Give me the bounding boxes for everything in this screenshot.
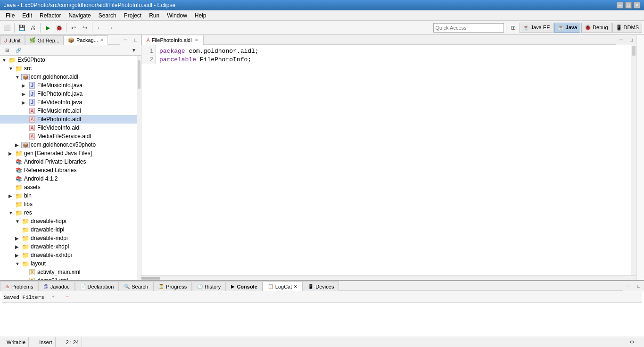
junit-tab[interactable]: J JUnit xyxy=(0,35,25,45)
tree-item-drawable-ldpi[interactable]: 📁drawable-ldpi xyxy=(0,225,141,234)
menu-item-search[interactable]: Search xyxy=(95,11,120,20)
java-ee-perspective[interactable]: ☕ Java EE xyxy=(520,23,553,33)
tree-icon-xml: X xyxy=(28,268,36,276)
tree-item-filevideoinfo-java[interactable]: ▶JFileVideoInfo.java xyxy=(0,98,141,107)
menu-item-edit[interactable]: Edit xyxy=(18,11,36,20)
tree-item-filevideoinfo-aidl[interactable]: AFileVideoInfo.aidl xyxy=(0,124,141,132)
devices-tab[interactable]: 📱 Devices xyxy=(303,281,339,291)
quick-access-input[interactable] xyxy=(433,23,504,33)
tree-item-com-goldhonor-aidl[interactable]: ▼📦com.goldhonor.aidl xyxy=(0,73,141,81)
editor-scroll-thumb[interactable] xyxy=(632,46,636,56)
tree-item-src[interactable]: ▼📁src xyxy=(0,64,141,73)
editor-maximize[interactable]: □ xyxy=(626,34,636,45)
run-button[interactable]: ▶ xyxy=(42,23,53,33)
debug-button[interactable]: 🐞 xyxy=(54,23,64,33)
tree-item-assets[interactable]: 📁assets xyxy=(0,183,141,191)
tree-item-mediafileservice-aidl[interactable]: AMediaFileService.aidl xyxy=(0,132,141,140)
bottom-panel-minimize[interactable]: ─ xyxy=(623,281,634,291)
tree-item-libs[interactable]: 📁libs xyxy=(0,200,141,208)
save-button[interactable]: 💾 xyxy=(17,23,27,33)
redo-button[interactable]: ↪ xyxy=(80,23,90,33)
javadoc-tab[interactable]: @ Javadoc xyxy=(38,281,74,291)
left-panel-minimize[interactable]: ─ xyxy=(120,35,131,45)
problems-tab[interactable]: ⚠ Problems xyxy=(0,281,38,291)
tree-item-drawable-mdpi[interactable]: ▶📁drawable-mdpi xyxy=(0,234,141,242)
tree-icon-folder: 📁 xyxy=(22,260,29,267)
toolbar-separator-4 xyxy=(92,23,92,33)
tree-item-res[interactable]: ▼📁res xyxy=(0,208,141,217)
tree-arrow: ▶ xyxy=(22,83,28,88)
tree-label: src xyxy=(24,65,32,72)
debug-perspective[interactable]: 🐞 Debug xyxy=(581,23,611,33)
back-button[interactable]: ← xyxy=(94,23,105,33)
search-tab[interactable]: 🔍 Search xyxy=(119,281,153,291)
menu-item-project[interactable]: Project xyxy=(120,11,145,20)
logcat-tab[interactable]: 📋 LogCat ✕ xyxy=(263,281,303,291)
bottom-panel-maximize[interactable]: □ xyxy=(634,281,644,291)
left-scroll-thumb[interactable] xyxy=(138,60,140,89)
ddms-perspective[interactable]: 📱 DDMS xyxy=(612,23,642,33)
tree-item-drawable-hdpi[interactable]: ▼📁drawable-hdpi xyxy=(0,217,141,225)
menu-item-file[interactable]: File xyxy=(2,11,18,20)
logcat-tab-close[interactable]: ✕ xyxy=(294,284,297,289)
editor-hscroll-thumb[interactable] xyxy=(141,277,160,280)
open-perspective-button[interactable]: ⊞ xyxy=(508,23,519,33)
tree-item-demo01-xml[interactable]: Xdemo01.xml xyxy=(0,276,141,280)
tree-item-gen--generated-java-files-[interactable]: ▶📁gen [Generated Java Files] xyxy=(0,149,141,157)
tree-icon-folder: 📁 xyxy=(22,234,29,242)
maximize-button[interactable]: □ xyxy=(625,2,632,8)
tree-item-filephotoinfo-java[interactable]: ▶JFilePhotoInfo.java xyxy=(0,90,141,98)
git-tab[interactable]: 🌿 Git Rep... xyxy=(25,35,64,45)
forward-button[interactable]: → xyxy=(106,23,116,33)
link-editor-button[interactable]: 🔗 xyxy=(13,45,24,56)
progress-tab[interactable]: ⏳ Progress xyxy=(153,281,192,291)
print-button[interactable]: 🖨 xyxy=(28,23,38,33)
tree-item-filemusicinfo-aidl[interactable]: AFileMusicInfo.aidl xyxy=(0,107,141,115)
tree-area[interactable]: ▼📁Ex50Photo▼📁src▼📦com.goldhonor.aidl▶JFi… xyxy=(0,56,141,280)
declaration-tab[interactable]: 📄 Declaration xyxy=(75,281,119,291)
menu-item-window[interactable]: Window xyxy=(163,11,191,20)
bottom-content[interactable]: Saved Filters + − xyxy=(0,291,644,337)
new-button[interactable]: ⬜ xyxy=(2,23,12,33)
menu-item-navigate[interactable]: Navigate xyxy=(65,11,94,20)
tree-item-layout[interactable]: ▼📁layout xyxy=(0,259,141,268)
package-tab[interactable]: 📦 Packag... ✕ xyxy=(64,35,108,45)
view-menu-button[interactable]: ▼ xyxy=(129,45,139,56)
package-tab-close[interactable]: ✕ xyxy=(100,38,104,42)
tree-item-ex50photo[interactable]: ▼📁Ex50Photo xyxy=(0,56,141,64)
toolbar-separator-5 xyxy=(506,23,506,33)
tree-item-activity-main-xml[interactable]: Xactivity_main.xml xyxy=(0,268,141,276)
menu-item-run[interactable]: Run xyxy=(145,11,163,20)
tree-item-referenced-libraries[interactable]: 📚Referenced Libraries xyxy=(0,166,141,174)
editor-tab-close[interactable]: ✕ xyxy=(195,38,198,42)
editor-hscrollbar[interactable] xyxy=(141,275,636,280)
tree-item-bin[interactable]: ▶📁bin xyxy=(0,191,141,200)
console-tab[interactable]: ▶ Console xyxy=(226,281,262,291)
menu-item-help[interactable]: Help xyxy=(191,11,210,20)
add-filter-button[interactable]: + xyxy=(48,292,58,303)
left-scrollbar[interactable] xyxy=(137,56,141,280)
tree-item-drawable-xxhdpi[interactable]: ▶📁drawable-xxhdpi xyxy=(0,251,141,259)
collapse-all-button[interactable]: ⊟ xyxy=(2,45,12,56)
tree-item-filephotoinfo-aidl[interactable]: AFilePhotoInfo.aidl xyxy=(0,115,141,124)
editor-right-scrollbar[interactable] xyxy=(631,45,636,275)
history-tab[interactable]: 🕐 History xyxy=(192,281,226,291)
history-label: History xyxy=(205,284,221,289)
editor-minimize[interactable]: ─ xyxy=(616,34,626,45)
java-perspective[interactable]: ☕ Java xyxy=(554,23,581,33)
minimize-button[interactable]: ─ xyxy=(617,2,623,8)
close-button[interactable]: ✕ xyxy=(634,2,640,8)
tree-item-filemusicinfo-java[interactable]: ▶JFileMusicInfo.java xyxy=(0,81,141,90)
code-area[interactable]: package com.goldhonor.aidl; parcelable F… xyxy=(141,45,631,66)
editor-content[interactable]: 1 2 package com.goldhonor.aidl; parcelab… xyxy=(141,45,631,275)
remove-filter-button[interactable]: − xyxy=(62,292,73,303)
tree-item-android-private-libraries[interactable]: 📚Android Private Libraries xyxy=(0,157,141,166)
tree-item-com-goldhonor-ex50photo[interactable]: ▶📦com.goldhonor.ex50photo xyxy=(0,140,141,149)
status-progress-button[interactable]: ⚙ xyxy=(627,337,637,347)
file-photo-info-tab[interactable]: A FilePhotoInfo.aidl ✕ xyxy=(141,35,204,45)
menu-item-refactor[interactable]: Refactor xyxy=(36,11,65,20)
tree-item-android-4-1-2[interactable]: 📚Android 4.1.2 xyxy=(0,174,141,183)
tree-item-drawable-xhdpi[interactable]: ▶📁drawable-xhdpi xyxy=(0,242,141,251)
undo-button[interactable]: ↩ xyxy=(68,23,79,33)
left-panel-maximize[interactable]: □ xyxy=(131,35,141,45)
